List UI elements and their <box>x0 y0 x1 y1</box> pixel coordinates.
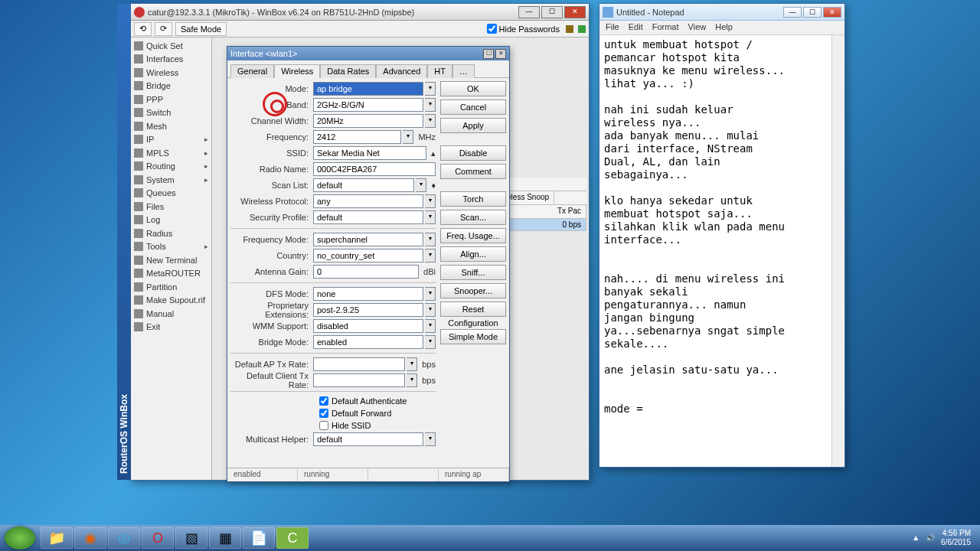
system-tray[interactable]: ▲ 🔊 4:56 PM 6/6/2015 <box>912 529 975 547</box>
sidebar-item-ip[interactable]: IP▸ <box>131 133 211 147</box>
tray-net-icon[interactable]: 🔊 <box>926 533 935 543</box>
notepad-textarea[interactable]: untuk membuat hotspot / pemancar hotspot… <box>599 35 844 467</box>
sidebar-item-interfaces[interactable]: Interfaces <box>131 53 211 67</box>
mcast-dropdown-icon[interactable]: ▾ <box>425 432 436 446</box>
tab-ht[interactable]: HT <box>427 64 452 78</box>
propext-dropdown-icon[interactable]: ▾ <box>425 303 436 317</box>
country-field[interactable]: no_country_set <box>313 249 423 262</box>
mode-dropdown-icon[interactable]: ▾ <box>425 82 436 96</box>
sidebar-item-radius[interactable]: Radius <box>131 227 211 240</box>
menu-help[interactable]: Help <box>715 22 733 33</box>
chw-dropdown-icon[interactable]: ▾ <box>425 114 436 128</box>
freqm-field[interactable]: superchannel <box>313 233 423 246</box>
sidebar-item-queues[interactable]: Queues <box>131 187 211 201</box>
sidebar-item-mpls[interactable]: MPLS▸ <box>131 146 211 160</box>
default-forward-check[interactable]: Default Forward <box>230 407 436 419</box>
hide-ssid-check[interactable]: Hide SSID <box>230 419 436 432</box>
scan-dropdown-icon[interactable]: ▾ <box>416 178 426 192</box>
sidebar-item-mesh[interactable]: Mesh <box>131 119 211 133</box>
sidebar-item-system[interactable]: System▸ <box>131 173 211 187</box>
forward-button[interactable]: ⟳ <box>155 22 172 36</box>
taskbar-opera-icon[interactable]: O <box>142 527 174 549</box>
menu-edit[interactable]: Edit <box>629 22 643 33</box>
cancel-button[interactable]: Cancel <box>440 99 506 115</box>
taskbar-app2-icon[interactable]: ▧ <box>175 527 207 549</box>
band-dropdown-icon[interactable]: ▾ <box>425 98 436 112</box>
taskbar-explorer-icon[interactable]: 📁 <box>41 527 73 549</box>
band-field[interactable]: 2GHz-B/G/N <box>313 98 423 112</box>
taskbar-notepad-icon[interactable]: 📄 <box>243 527 275 549</box>
sidebar-item-metarouter[interactable]: MetaROUTER <box>131 267 211 281</box>
sidebar-item-ppp[interactable]: PPP <box>131 93 211 106</box>
dfs-field[interactable]: none <box>313 287 423 301</box>
torch-button[interactable]: Torch <box>440 191 506 207</box>
mcast-field[interactable]: default <box>313 432 423 446</box>
cltx-field[interactable] <box>313 373 405 387</box>
simple-mode-button[interactable]: Simple Mode <box>440 329 506 344</box>
freq-dropdown-icon[interactable]: ▾ <box>403 130 413 144</box>
sidebar-item-tools[interactable]: Tools▸ <box>131 240 211 254</box>
sidebar-item-partition[interactable]: Partition <box>131 280 211 294</box>
comment-button[interactable]: Comment <box>440 164 506 179</box>
propext-field[interactable]: post-2.9.25 <box>313 303 423 317</box>
dialog-close-button[interactable]: ✕ <box>495 49 506 59</box>
disable-button[interactable]: Disable <box>440 145 506 161</box>
ant-field[interactable]: 0 <box>313 265 419 279</box>
ok-button[interactable]: OK <box>440 81 506 96</box>
tab-advanced[interactable]: Advanced <box>376 64 427 78</box>
minimize-button[interactable]: — <box>518 6 540 18</box>
sec-dropdown-icon[interactable]: ▾ <box>425 210 436 224</box>
tab-wireless[interactable]: Wireless <box>274 64 320 78</box>
tray-flag-icon[interactable]: ▲ <box>912 533 920 543</box>
sidebar-item-make-supout-rif[interactable]: Make Supout.rif <box>131 294 211 308</box>
bridge-dropdown-icon[interactable]: ▾ <box>425 335 436 349</box>
menu-file[interactable]: File <box>606 22 619 33</box>
taskbar-winbox-icon[interactable]: ▦ <box>209 527 241 549</box>
freqm-dropdown-icon[interactable]: ▾ <box>425 233 436 246</box>
chw-field[interactable]: 20MHz <box>313 114 423 128</box>
tab-data-rates[interactable]: Data Rates <box>320 64 376 78</box>
safe-mode-button[interactable]: Safe Mode <box>175 22 227 36</box>
sidebar-item-log[interactable]: Log <box>131 214 211 227</box>
tab-general[interactable]: General <box>230 64 274 78</box>
sidebar-item-switch[interactable]: Switch <box>131 106 211 120</box>
snooper--button[interactable]: Snooper... <box>440 283 506 298</box>
wmm-dropdown-icon[interactable]: ▾ <box>425 319 436 333</box>
radio-field[interactable]: 000C42FBA267 <box>313 162 436 176</box>
back-button[interactable]: ⟲ <box>134 22 152 36</box>
proto-dropdown-icon[interactable]: ▾ <box>425 194 436 208</box>
hide-passwords-check[interactable]: Hide Passwords <box>487 24 560 34</box>
country-dropdown-icon[interactable]: ▾ <box>425 249 436 262</box>
freq-field[interactable]: 2412 <box>313 130 401 144</box>
sniff--button[interactable]: Sniff... <box>440 265 506 280</box>
scan--button[interactable]: Scan... <box>440 210 506 225</box>
dialog-titlebar[interactable]: Interface <wlan1> ☐ ✕ <box>227 47 509 60</box>
sidebar-item-new-terminal[interactable]: New Terminal <box>131 253 211 267</box>
start-button[interactable] <box>5 527 35 549</box>
wmm-field[interactable]: disabled <box>313 319 423 333</box>
dialog-min-button[interactable]: ☐ <box>483 49 494 59</box>
scan-field[interactable]: default <box>313 178 414 192</box>
sidebar-item-wireless[interactable]: Wireless <box>131 66 211 80</box>
ssid-field[interactable]: Sekar Media Net <box>313 146 426 160</box>
sidebar-item-routing[interactable]: Routing▸ <box>131 160 211 174</box>
notepad-close-button[interactable]: ✕ <box>823 7 841 18</box>
mode-field[interactable]: ap bridge <box>313 82 423 96</box>
align--button[interactable]: Align... <box>440 246 506 262</box>
close-button[interactable]: ✕ <box>564 6 586 18</box>
notepad-max-button[interactable]: ☐ <box>803 7 822 18</box>
default-authenticate-check[interactable]: Default Authenticate <box>230 395 436 407</box>
bridge-field[interactable]: enabled <box>313 335 423 349</box>
sidebar-item-files[interactable]: Files <box>131 200 211 214</box>
reset-configuration-button[interactable]: Reset Configuration <box>440 302 506 317</box>
aptx-dropdown-icon[interactable]: ▾ <box>407 357 417 371</box>
menu-view[interactable]: View <box>688 22 707 33</box>
aptx-field[interactable] <box>313 357 405 371</box>
maximize-button[interactable]: ☐ <box>541 6 563 18</box>
sidebar-item-bridge[interactable]: Bridge <box>131 80 211 93</box>
taskbar-firefox-icon[interactable]: ◉ <box>74 527 106 549</box>
sidebar-item-exit[interactable]: Exit <box>131 321 211 334</box>
sidebar-item-manual[interactable]: Manual <box>131 307 211 321</box>
sec-field[interactable]: default <box>313 210 423 224</box>
proto-field[interactable]: any <box>313 194 423 208</box>
